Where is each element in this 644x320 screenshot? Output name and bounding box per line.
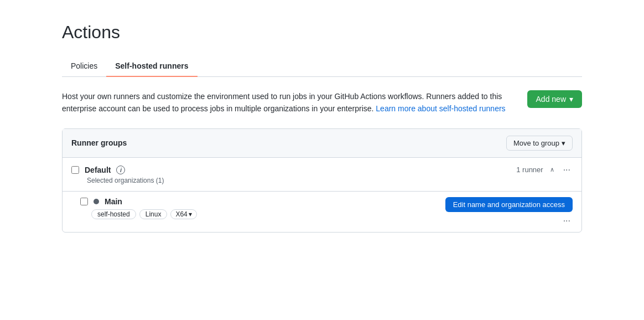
default-group-right: 1 runner ∧ ··· [516,164,573,176]
chevron-down-icon: ▾ [189,210,192,218]
default-group-main: Default i 1 runner ∧ ··· [71,164,573,176]
runner-count: 1 runner [516,166,543,174]
tab-self-hosted-runners[interactable]: Self-hosted runners [106,56,197,77]
runner-tag-self-hosted: self-hosted [91,209,136,219]
learn-more-link[interactable]: Learn more about self-hosted runners [376,104,505,113]
chevron-up-icon: ∧ [550,166,554,173]
runner-main-row: Main self-hosted Linux X64 ▾ Edit name a… [63,192,581,232]
runner-groups-card: Runner groups Move to group ▾ Default i … [62,128,582,233]
runner-status-dot [94,199,99,204]
move-to-group-button[interactable]: Move to group ▾ [506,136,573,151]
tabs-nav: Policies Self-hosted runners [62,56,582,77]
default-group-name: Default [85,166,111,174]
runner-sub-main: Main [80,197,197,206]
chevron-down-icon: ▾ [562,139,565,147]
runner-tags: self-hosted Linux X64 ▾ [91,209,197,219]
runner-checkbox[interactable] [80,198,88,205]
runner-groups-title: Runner groups [71,138,127,147]
chevron-down-icon: ▾ [569,95,573,104]
info-icon: i [116,166,125,174]
runner-menu-button[interactable]: ··· [561,215,573,226]
runner-tag-x64-dropdown[interactable]: X64 ▾ [170,209,196,219]
runner-tag-linux: Linux [139,209,168,219]
default-group-row: Default i 1 runner ∧ ··· Selected organi… [63,158,581,192]
runner-name: Main [105,197,122,206]
runner-groups-header: Runner groups Move to group ▾ [63,129,581,158]
default-group-sub-label: Selected organizations (1) [87,177,573,184]
description-row: Host your own runners and customize the … [62,90,582,115]
edit-name-organization-button[interactable]: Edit name and organization access [445,197,573,212]
default-group-left: Default i [71,166,125,174]
add-new-button[interactable]: Add new ▾ [527,90,582,108]
default-group-checkbox[interactable] [71,166,79,174]
tab-policies[interactable]: Policies [62,56,106,77]
page-title: Actions [62,22,582,43]
default-group-menu-button[interactable]: ··· [561,164,573,176]
description-text: Host your own runners and customize the … [62,90,514,115]
